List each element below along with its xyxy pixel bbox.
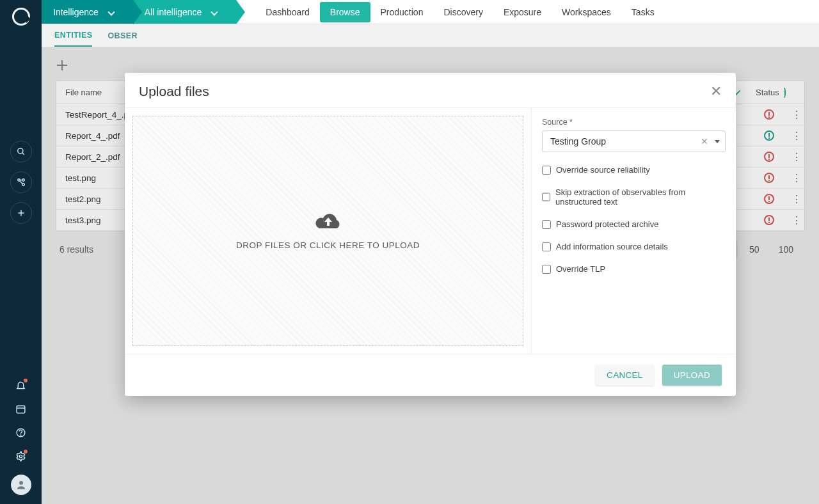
svg-point-0 bbox=[17, 148, 22, 154]
opt-override-reliability[interactable]: Override source reliability bbox=[542, 165, 726, 175]
checkbox[interactable] bbox=[542, 193, 550, 201]
tab-exposure[interactable]: Exposure bbox=[493, 2, 552, 22]
checkbox[interactable] bbox=[542, 265, 551, 274]
breadcrumb-section-label: Intelligence bbox=[53, 7, 99, 17]
svg-line-1 bbox=[22, 153, 24, 155]
breadcrumb-scope-label: All intelligence bbox=[145, 7, 202, 17]
subtab-observables[interactable]: OBSER bbox=[107, 31, 137, 40]
clear-icon[interactable]: ✕ bbox=[698, 136, 711, 146]
chevron-down-icon[interactable] bbox=[715, 140, 720, 143]
source-label: Source * bbox=[542, 118, 573, 127]
opt-password-archive[interactable]: Password protected archive bbox=[542, 219, 726, 229]
opt-override-tlp[interactable]: Override TLP bbox=[542, 264, 726, 274]
dropzone[interactable]: DROP FILES OR CLICK HERE TO UPLOAD bbox=[132, 116, 523, 346]
user-avatar[interactable] bbox=[11, 475, 31, 495]
dropzone-text: DROP FILES OR CLICK HERE TO UPLOAD bbox=[236, 240, 420, 250]
subtab-entities[interactable]: ENTITIES bbox=[54, 24, 92, 47]
topbar: Intelligence All intelligence Dashboard … bbox=[42, 0, 819, 24]
chevron-down-icon bbox=[107, 8, 115, 15]
tab-production[interactable]: Production bbox=[370, 2, 434, 22]
settings-icon[interactable] bbox=[15, 451, 26, 464]
tab-workspaces[interactable]: Workspaces bbox=[552, 2, 621, 22]
breadcrumb-section[interactable]: Intelligence bbox=[42, 0, 133, 24]
svg-point-14 bbox=[19, 481, 23, 485]
left-rail bbox=[0, 0, 42, 504]
breadcrumb-scope[interactable]: All intelligence bbox=[133, 0, 237, 24]
checkbox[interactable] bbox=[542, 166, 551, 175]
tab-browse[interactable]: Browse bbox=[320, 2, 370, 22]
app-logo[interactable] bbox=[12, 8, 30, 26]
calendar-icon[interactable] bbox=[15, 404, 26, 417]
close-icon[interactable]: ✕ bbox=[710, 83, 722, 100]
upload-modal: Upload files ✕ DROP FILES OR CLICK HERE … bbox=[125, 73, 736, 396]
help-icon[interactable] bbox=[15, 427, 26, 441]
upload-options: Source * Testing Group ✕ Override source… bbox=[531, 108, 736, 354]
cancel-button[interactable]: CANCEL bbox=[595, 365, 655, 386]
modal-title: Upload files bbox=[139, 84, 209, 99]
svg-rect-9 bbox=[17, 406, 25, 413]
tab-dashboard[interactable]: Dashboard bbox=[255, 2, 320, 22]
checkbox[interactable] bbox=[542, 220, 551, 229]
opt-add-info-source[interactable]: Add information source details bbox=[542, 242, 726, 251]
topnav: Dashboard Browse Production Discovery Ex… bbox=[255, 0, 664, 24]
notifications-icon[interactable] bbox=[15, 380, 26, 393]
source-select[interactable]: Testing Group ✕ bbox=[542, 130, 726, 152]
search-icon[interactable] bbox=[10, 141, 32, 162]
svg-point-4 bbox=[22, 179, 24, 182]
subnav: ENTITIES OBSER bbox=[42, 24, 819, 47]
upload-button[interactable]: UPLOAD bbox=[662, 365, 722, 386]
opt-skip-extraction[interactable]: Skip extraction of observables from unst… bbox=[542, 187, 726, 207]
tab-discovery[interactable]: Discovery bbox=[433, 2, 493, 22]
add-icon[interactable] bbox=[10, 202, 32, 224]
cloud-upload-icon bbox=[314, 212, 342, 232]
modal-overlay: Upload files ✕ DROP FILES OR CLICK HERE … bbox=[42, 47, 819, 504]
svg-line-5 bbox=[19, 181, 22, 184]
tab-tasks[interactable]: Tasks bbox=[621, 2, 665, 22]
graph-icon[interactable] bbox=[10, 171, 32, 193]
svg-point-13 bbox=[19, 455, 22, 457]
source-value: Testing Group bbox=[550, 136, 606, 146]
chevron-down-icon bbox=[211, 8, 218, 15]
svg-point-12 bbox=[20, 435, 21, 436]
checkbox[interactable] bbox=[542, 242, 551, 251]
